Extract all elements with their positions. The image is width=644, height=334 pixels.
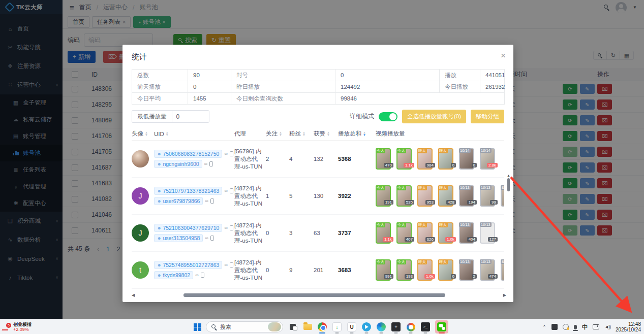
microphone-icon[interactable]	[574, 325, 577, 329]
sort-carets-icon[interactable]: ▲▼	[166, 131, 169, 137]
phone-icon[interactable]	[209, 161, 213, 166]
move-group-button[interactable]: 移动分组	[471, 110, 504, 123]
avatar[interactable]	[132, 150, 149, 168]
video-thumbnail[interactable]: 昨天0	[438, 259, 453, 281]
vertical-scrollbar[interactable]: ▲	[506, 174, 511, 191]
tray-expand-icon[interactable]: ⌃	[542, 324, 546, 330]
telegram-icon[interactable]	[361, 320, 372, 333]
video-thumbnail[interactable]: 今天193	[396, 259, 412, 281]
wechat-icon[interactable]	[435, 320, 448, 333]
link-icon[interactable]: ∞	[204, 161, 207, 166]
transfer-app-icon[interactable]: ↓	[332, 320, 342, 333]
vertical-scroll-thumb[interactable]	[507, 178, 510, 191]
video-thumbnail[interactable]: 8/3	[501, 185, 504, 207]
link-icon[interactable]: ∞	[224, 188, 227, 193]
video-thumbnail[interactable]: 10/13127	[480, 222, 495, 244]
sort-carets-icon[interactable]: ▲▼	[302, 131, 305, 137]
detail-mode-toggle[interactable]	[379, 112, 397, 121]
video-thumbnail[interactable]: 昨天953	[417, 185, 433, 207]
select-low-play-button[interactable]: 全选低播放量账号(0)	[402, 110, 466, 123]
uid-main-chip[interactable]: ☻7525748955012727863	[154, 261, 222, 269]
close-icon[interactable]: ×	[501, 51, 506, 61]
display-icon[interactable]	[593, 324, 599, 329]
col-获赞[interactable]: 获赞▲▼	[314, 130, 338, 138]
link-icon[interactable]: ∞	[224, 262, 227, 268]
file-explorer-icon[interactable]	[302, 320, 313, 333]
scroll-up-icon[interactable]: ▲	[507, 174, 510, 177]
phone-icon[interactable]	[230, 151, 233, 156]
video-thumbnail[interactable]: 昨天626	[417, 222, 433, 244]
video-thumbnail[interactable]: 今天191	[376, 185, 391, 207]
dark-app-icon[interactable]: ✦	[391, 320, 401, 333]
video-thumbnail[interactable]: 今天991	[376, 259, 391, 281]
uid-name-chip[interactable]: ☻tkyds99802	[154, 271, 193, 279]
phone-icon[interactable]	[230, 188, 233, 193]
horizontal-scroll-thumb[interactable]	[183, 293, 445, 297]
edge-icon[interactable]	[376, 320, 386, 333]
col-头像[interactable]: 头像▲▼	[132, 130, 154, 138]
scroll-left-icon[interactable]: ◀	[132, 293, 135, 297]
uc-app-icon[interactable]: U	[347, 320, 357, 333]
avatar[interactable]: t	[132, 261, 149, 279]
phone-icon[interactable]	[210, 198, 214, 204]
uid-main-chip[interactable]: ☻7521079713378321463	[154, 187, 222, 195]
uid-name-chip[interactable]: ☻user313504958	[154, 234, 203, 242]
video-thumbnail[interactable]: 8/3	[501, 259, 504, 281]
uid-main-chip[interactable]: ☻7521063004377629710	[154, 224, 222, 232]
video-thumbnail[interactable]: 10/13194	[459, 185, 474, 207]
speaker-icon[interactable]: ◄))	[604, 324, 610, 329]
min-play-input[interactable]	[172, 110, 209, 123]
link-icon[interactable]: ∞	[205, 236, 208, 241]
col-播放总和[interactable]: 播放总和▲▼	[338, 130, 376, 138]
link-icon[interactable]: ∞	[195, 273, 198, 278]
browser-360-icon[interactable]	[406, 320, 416, 333]
video-thumbnail[interactable]: 10/140	[459, 148, 474, 170]
task-view-button[interactable]	[288, 320, 298, 333]
uid-name-chip[interactable]: ☻user679879866	[154, 197, 203, 205]
video-thumbnail[interactable]: 昨天984	[417, 148, 433, 170]
link-icon[interactable]: ∞	[224, 151, 227, 156]
video-thumbnail[interactable]: 昨天1.0k	[417, 259, 433, 281]
phone-icon[interactable]	[201, 273, 204, 278]
video-thumbnail[interactable]: 昨天428	[438, 185, 453, 207]
video-thumbnail[interactable]: 10/142.8k	[480, 148, 495, 170]
video-thumbnail[interactable]: 10/13404	[459, 222, 474, 244]
phone-icon[interactable]	[230, 225, 233, 230]
col-粉丝[interactable]: 粉丝▲▼	[289, 130, 314, 138]
uid-main-chip[interactable]: ☻7506068083278152750	[154, 150, 222, 158]
avatar[interactable]: J	[132, 187, 149, 205]
col-UID[interactable]: UID▲▼	[154, 131, 234, 137]
link-icon[interactable]: ∞	[224, 225, 227, 230]
scroll-right-icon[interactable]: ▶	[503, 293, 506, 297]
tray-sync-icon[interactable]	[563, 324, 569, 330]
chrome-icon[interactable]	[317, 320, 327, 333]
avatar[interactable]: J	[132, 224, 149, 242]
video-thumbnail[interactable]: 今天1.1k	[396, 148, 412, 170]
taskbar-search[interactable]: 搜索	[206, 321, 283, 332]
video-thumbnail[interactable]: 今天470	[376, 148, 391, 170]
video-thumbnail[interactable]: 今天407	[396, 222, 412, 244]
phone-icon[interactable]	[210, 236, 214, 241]
phone-icon[interactable]	[230, 262, 233, 268]
taskbar-clock[interactable]: 12:48 2025/10/24	[616, 321, 641, 332]
tray-app-icon[interactable]	[551, 324, 558, 330]
video-thumbnail[interactable]: 昨天0	[438, 148, 453, 170]
terminal-icon[interactable]: >_	[420, 320, 431, 333]
uid-name-chip[interactable]: ☻ngcngsinh9600	[154, 160, 202, 168]
sort-carets-icon[interactable]: ▲▼	[145, 131, 148, 137]
link-icon[interactable]: ∞	[205, 198, 208, 204]
video-thumbnail[interactable]: 今天535	[396, 185, 412, 207]
video-thumbnail[interactable]: 10/13474	[480, 259, 495, 281]
horizontal-scrollbar[interactable]: ◀ ▶	[132, 292, 506, 298]
start-button[interactable]	[194, 323, 201, 331]
video-thumbnail[interactable]: 昨天1.0k	[438, 222, 453, 244]
ime-indicator[interactable]: 中	[582, 323, 588, 331]
sort-carets-icon[interactable]: ▲▼	[279, 131, 282, 137]
sort-carets-icon[interactable]: ▲▼	[363, 131, 366, 137]
video-thumbnail[interactable]: 10/1399	[480, 185, 495, 207]
video-thumbnail[interactable]: 10/132	[459, 259, 474, 281]
col-关注[interactable]: 关注▲▼	[266, 130, 289, 138]
sort-carets-icon[interactable]: ▲▼	[327, 131, 330, 137]
stock-widget[interactable]: 5 创业板指 +2.09%	[0, 322, 32, 332]
video-thumbnail[interactable]: 今天1.1k	[376, 222, 391, 244]
